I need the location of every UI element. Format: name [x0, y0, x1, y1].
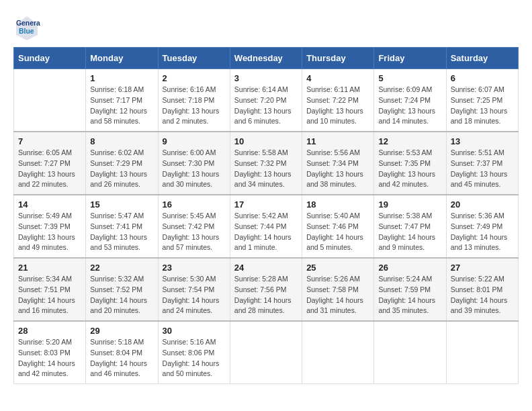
calendar-cell: 30Sunrise: 5:16 AM Sunset: 8:06 PM Dayli… [158, 321, 230, 384]
calendar-cell: 20Sunrise: 5:36 AM Sunset: 7:49 PM Dayli… [446, 195, 518, 258]
calendar-cell: 21Sunrise: 5:34 AM Sunset: 7:51 PM Dayli… [14, 258, 86, 321]
day-info: Sunrise: 5:20 AM Sunset: 8:03 PM Dayligh… [18, 337, 81, 379]
weekday-header: Sunday [14, 48, 86, 69]
day-info: Sunrise: 5:18 AM Sunset: 8:04 PM Dayligh… [90, 337, 153, 379]
day-number: 18 [306, 199, 369, 210]
calendar-cell: 7Sunrise: 6:05 AM Sunset: 7:27 PM Daylig… [14, 132, 86, 195]
day-number: 2 [163, 73, 226, 83]
calendar-cell: 18Sunrise: 5:40 AM Sunset: 7:46 PM Dayli… [302, 195, 374, 258]
day-number: 24 [234, 263, 298, 273]
calendar-cell: 27Sunrise: 5:22 AM Sunset: 8:01 PM Dayli… [446, 258, 518, 321]
day-number: 6 [451, 73, 514, 83]
day-info: Sunrise: 5:24 AM Sunset: 7:59 PM Dayligh… [378, 274, 441, 316]
calendar-cell [230, 321, 302, 384]
calendar-cell: 3Sunrise: 6:14 AM Sunset: 7:20 PM Daylig… [230, 69, 302, 132]
page-header: General Blue [13, 13, 519, 40]
day-number: 5 [378, 73, 441, 83]
day-number: 1 [90, 73, 153, 83]
calendar-cell: 13Sunrise: 5:51 AM Sunset: 7:37 PM Dayli… [446, 132, 518, 195]
day-number: 27 [451, 263, 514, 273]
weekday-header: Saturday [446, 48, 518, 69]
logo-icon: General Blue [13, 13, 40, 40]
day-info: Sunrise: 5:58 AM Sunset: 7:32 PM Dayligh… [234, 148, 298, 190]
day-number: 20 [451, 199, 514, 210]
calendar-cell: 2Sunrise: 6:16 AM Sunset: 7:18 PM Daylig… [158, 69, 230, 132]
calendar-cell: 29Sunrise: 5:18 AM Sunset: 8:04 PM Dayli… [86, 321, 158, 384]
day-info: Sunrise: 6:18 AM Sunset: 7:17 PM Dayligh… [90, 85, 153, 127]
day-info: Sunrise: 5:32 AM Sunset: 7:52 PM Dayligh… [90, 274, 153, 316]
day-number: 3 [234, 73, 298, 83]
calendar-cell: 9Sunrise: 6:00 AM Sunset: 7:30 PM Daylig… [158, 132, 230, 195]
calendar-cell: 14Sunrise: 5:49 AM Sunset: 7:39 PM Dayli… [14, 195, 86, 258]
weekday-header: Thursday [302, 48, 374, 69]
day-info: Sunrise: 5:36 AM Sunset: 7:49 PM Dayligh… [451, 211, 514, 253]
calendar-header-row: SundayMondayTuesdayWednesdayThursdayFrid… [14, 48, 519, 69]
calendar-cell: 28Sunrise: 5:20 AM Sunset: 8:03 PM Dayli… [14, 321, 86, 384]
calendar-cell: 19Sunrise: 5:38 AM Sunset: 7:47 PM Dayli… [374, 195, 446, 258]
day-number: 29 [90, 326, 153, 336]
day-info: Sunrise: 6:11 AM Sunset: 7:22 PM Dayligh… [306, 85, 369, 127]
day-info: Sunrise: 5:38 AM Sunset: 7:47 PM Dayligh… [378, 211, 441, 253]
day-info: Sunrise: 6:16 AM Sunset: 7:18 PM Dayligh… [163, 85, 226, 127]
day-number: 28 [18, 326, 81, 336]
calendar-cell: 10Sunrise: 5:58 AM Sunset: 7:32 PM Dayli… [230, 132, 302, 195]
day-number: 22 [90, 263, 153, 273]
calendar-cell: 1Sunrise: 6:18 AM Sunset: 7:17 PM Daylig… [86, 69, 158, 132]
weekday-header: Friday [374, 48, 446, 69]
calendar-table: SundayMondayTuesdayWednesdayThursdayFrid… [13, 47, 519, 384]
day-number: 9 [163, 136, 226, 146]
day-number: 14 [18, 199, 81, 210]
calendar-cell: 17Sunrise: 5:42 AM Sunset: 7:44 PM Dayli… [230, 195, 302, 258]
day-number: 12 [378, 136, 441, 146]
day-info: Sunrise: 5:40 AM Sunset: 7:46 PM Dayligh… [306, 211, 369, 253]
calendar-cell [302, 321, 374, 384]
day-number: 13 [451, 136, 514, 146]
day-info: Sunrise: 6:02 AM Sunset: 7:29 PM Dayligh… [90, 148, 153, 190]
day-info: Sunrise: 5:30 AM Sunset: 7:54 PM Dayligh… [163, 274, 226, 316]
day-info: Sunrise: 5:47 AM Sunset: 7:41 PM Dayligh… [90, 211, 153, 253]
day-info: Sunrise: 5:28 AM Sunset: 7:56 PM Dayligh… [234, 274, 298, 316]
calendar-cell: 4Sunrise: 6:11 AM Sunset: 7:22 PM Daylig… [302, 69, 374, 132]
calendar-cell [446, 321, 518, 384]
day-info: Sunrise: 5:16 AM Sunset: 8:06 PM Dayligh… [163, 337, 226, 379]
calendar-cell: 8Sunrise: 6:02 AM Sunset: 7:29 PM Daylig… [86, 132, 158, 195]
day-info: Sunrise: 5:49 AM Sunset: 7:39 PM Dayligh… [18, 211, 81, 253]
calendar-cell: 25Sunrise: 5:26 AM Sunset: 7:58 PM Dayli… [302, 258, 374, 321]
day-info: Sunrise: 5:45 AM Sunset: 7:42 PM Dayligh… [163, 211, 226, 253]
day-number: 21 [18, 263, 81, 273]
day-number: 30 [163, 326, 226, 336]
day-number: 4 [306, 73, 369, 83]
day-info: Sunrise: 5:26 AM Sunset: 7:58 PM Dayligh… [306, 274, 369, 316]
svg-text:General: General [16, 19, 40, 27]
calendar-cell: 12Sunrise: 5:53 AM Sunset: 7:35 PM Dayli… [374, 132, 446, 195]
day-info: Sunrise: 5:53 AM Sunset: 7:35 PM Dayligh… [378, 148, 441, 190]
day-number: 16 [163, 199, 226, 210]
day-number: 25 [306, 263, 369, 273]
weekday-header: Wednesday [230, 48, 302, 69]
day-info: Sunrise: 6:05 AM Sunset: 7:27 PM Dayligh… [18, 148, 81, 190]
calendar-cell: 6Sunrise: 6:07 AM Sunset: 7:25 PM Daylig… [446, 69, 518, 132]
day-number: 11 [306, 136, 369, 146]
day-number: 17 [234, 199, 298, 210]
calendar-cell [14, 69, 86, 132]
day-info: Sunrise: 6:00 AM Sunset: 7:30 PM Dayligh… [163, 148, 226, 190]
calendar-cell: 22Sunrise: 5:32 AM Sunset: 7:52 PM Dayli… [86, 258, 158, 321]
day-info: Sunrise: 5:51 AM Sunset: 7:37 PM Dayligh… [451, 148, 514, 190]
day-info: Sunrise: 6:14 AM Sunset: 7:20 PM Dayligh… [234, 85, 298, 127]
calendar-cell: 23Sunrise: 5:30 AM Sunset: 7:54 PM Dayli… [158, 258, 230, 321]
day-info: Sunrise: 6:07 AM Sunset: 7:25 PM Dayligh… [451, 85, 514, 127]
calendar-cell: 11Sunrise: 5:56 AM Sunset: 7:34 PM Dayli… [302, 132, 374, 195]
weekday-header: Tuesday [158, 48, 230, 69]
day-info: Sunrise: 6:09 AM Sunset: 7:24 PM Dayligh… [378, 85, 441, 127]
day-number: 19 [378, 199, 441, 210]
calendar-cell: 16Sunrise: 5:45 AM Sunset: 7:42 PM Dayli… [158, 195, 230, 258]
day-info: Sunrise: 5:34 AM Sunset: 7:51 PM Dayligh… [18, 274, 81, 316]
day-number: 23 [163, 263, 226, 273]
day-info: Sunrise: 5:22 AM Sunset: 8:01 PM Dayligh… [451, 274, 514, 316]
calendar-cell: 5Sunrise: 6:09 AM Sunset: 7:24 PM Daylig… [374, 69, 446, 132]
day-number: 26 [378, 263, 441, 273]
svg-text:Blue: Blue [19, 28, 34, 35]
logo: General Blue [13, 13, 43, 40]
day-info: Sunrise: 5:42 AM Sunset: 7:44 PM Dayligh… [234, 211, 298, 253]
day-info: Sunrise: 5:56 AM Sunset: 7:34 PM Dayligh… [306, 148, 369, 190]
